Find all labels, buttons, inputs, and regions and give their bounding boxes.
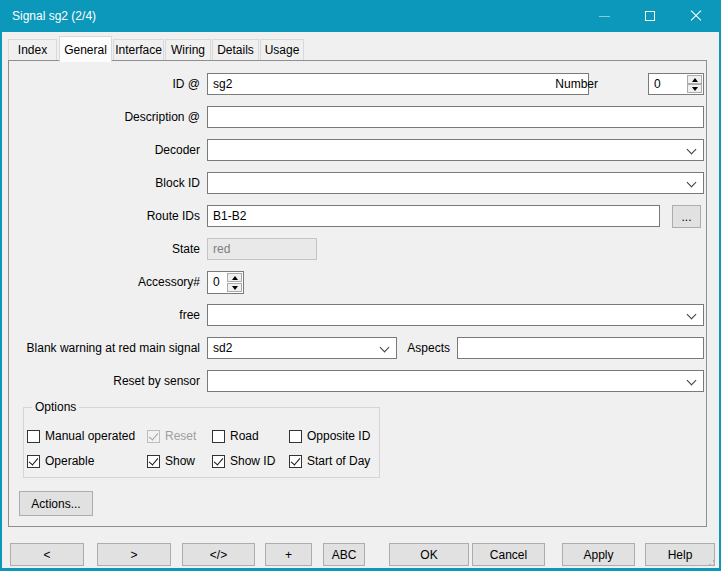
aspects-label: Aspects (402, 337, 450, 359)
chevron-down-icon (380, 343, 390, 353)
minimize-button[interactable] (581, 0, 627, 32)
arrow-down-icon (232, 286, 238, 290)
number-label: Number (550, 73, 598, 95)
add-button[interactable]: + (265, 543, 312, 566)
tab-wiring[interactable]: Wiring (165, 39, 211, 61)
window-title: Signal sg2 (2/4) (12, 0, 96, 32)
checkbox-icon (289, 455, 302, 468)
free-label: free (22, 304, 200, 326)
arrow-up-icon (692, 78, 698, 82)
route-ids-browse-button[interactable]: ... (672, 205, 701, 228)
chevron-down-icon (687, 376, 697, 386)
tab-interface[interactable]: Interface (113, 39, 164, 61)
id-label: ID @ (22, 73, 200, 95)
checkbox-start-of-day[interactable]: Start of Day (289, 454, 370, 468)
arrow-up-icon (232, 276, 238, 280)
tab-details[interactable]: Details (212, 39, 259, 61)
close-icon (690, 10, 702, 22)
route-ids-input[interactable] (207, 205, 660, 227)
checkbox-show-id[interactable]: Show ID (212, 454, 275, 468)
checkbox-icon (27, 455, 40, 468)
number-value: 0 (654, 74, 661, 94)
checkbox-icon (289, 430, 302, 443)
decoder-label: Decoder (22, 139, 200, 161)
ok-button[interactable]: OK (389, 543, 469, 566)
state-label: State (22, 238, 200, 260)
reset-by-sensor-label: Reset by sensor (22, 370, 200, 392)
next-button[interactable]: > (97, 543, 171, 566)
blank-warning-value: sd2 (213, 338, 232, 358)
chevron-down-icon (687, 145, 697, 155)
accessory-spin-down-button[interactable] (227, 283, 242, 292)
minimize-icon (599, 16, 610, 17)
cancel-button[interactable]: Cancel (472, 543, 545, 566)
checkbox-manual-operated[interactable]: Manual operated (27, 429, 135, 443)
apply-button[interactable]: Apply (562, 543, 635, 566)
code-button[interactable]: </> (182, 543, 255, 566)
maximize-icon (645, 11, 655, 21)
chevron-down-icon (687, 310, 697, 320)
blank-warning-combobox[interactable]: sd2 (207, 337, 397, 359)
aspects-input[interactable] (457, 337, 704, 359)
accessory-spin-up-button[interactable] (227, 273, 242, 282)
block-id-label: Block ID (22, 172, 200, 194)
checkbox-icon (147, 430, 160, 443)
number-spinner[interactable]: 0 (648, 73, 704, 95)
checkbox-icon (27, 430, 40, 443)
resize-grip[interactable] (705, 556, 715, 566)
accessory-value: 0 (213, 272, 220, 292)
checkbox-show[interactable]: Show (147, 454, 195, 468)
tab-usage[interactable]: Usage (260, 39, 304, 61)
options-group-title: Options (32, 400, 79, 414)
route-ids-label: Route IDs (22, 205, 200, 227)
checkbox-reset: Reset (147, 429, 196, 443)
description-label: Description @ (22, 106, 200, 128)
checkbox-icon (212, 455, 225, 468)
dialog-window: Signal sg2 (2/4) Index General Interface… (0, 0, 721, 571)
title-bar[interactable]: Signal sg2 (2/4) (2, 0, 719, 32)
maximize-button[interactable] (627, 0, 673, 32)
abc-button[interactable]: ABC (323, 543, 365, 566)
block-id-combobox[interactable] (207, 172, 704, 194)
arrow-down-icon (692, 87, 698, 91)
decoder-combobox[interactable] (207, 139, 704, 161)
tab-index[interactable]: Index (8, 39, 57, 61)
actions-button[interactable]: Actions... (19, 491, 93, 516)
number-spin-down-button[interactable] (687, 84, 702, 93)
free-combobox[interactable] (207, 304, 704, 326)
id-input[interactable] (207, 73, 589, 95)
checkbox-road[interactable]: Road (212, 429, 259, 443)
checkbox-opposite-id[interactable]: Opposite ID (289, 429, 370, 443)
checkbox-icon (147, 455, 160, 468)
number-spin-up-button[interactable] (687, 75, 702, 84)
state-input (207, 238, 317, 260)
accessory-label: Accessory# (22, 271, 200, 293)
accessory-spinner[interactable]: 0 (207, 271, 244, 294)
reset-by-sensor-combobox[interactable] (207, 370, 704, 392)
checkbox-operable[interactable]: Operable (27, 454, 94, 468)
description-input[interactable] (207, 106, 704, 128)
blank-warning-label: Blank warning at red main signal (22, 337, 200, 359)
close-button[interactable] (673, 0, 719, 32)
tab-general[interactable]: General (59, 36, 112, 62)
checkbox-icon (212, 430, 225, 443)
prev-button[interactable]: < (10, 543, 84, 566)
chevron-down-icon (687, 178, 697, 188)
